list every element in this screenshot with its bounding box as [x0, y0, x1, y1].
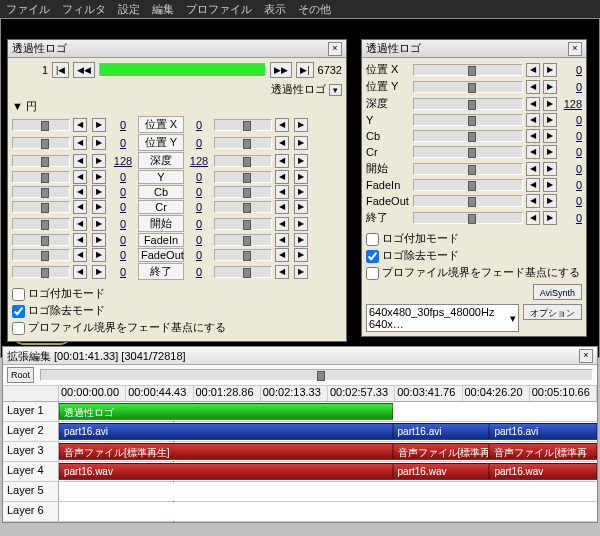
value-left[interactable]: 0: [111, 249, 135, 261]
menu-item[interactable]: その他: [298, 2, 331, 16]
slider-left[interactable]: [12, 249, 70, 261]
spin-left-icon[interactable]: ◀: [275, 136, 289, 150]
param-label[interactable]: Y: [138, 170, 184, 184]
spin-right-icon[interactable]: ▶: [294, 136, 308, 150]
root-button[interactable]: Root: [7, 367, 34, 383]
avisynth-button[interactable]: AviSynth: [533, 284, 582, 300]
param-label[interactable]: FadeIn: [138, 233, 184, 247]
spin-left-icon[interactable]: ◀: [275, 265, 289, 279]
spin-left-icon[interactable]: ◀: [526, 97, 540, 111]
spin-left-icon[interactable]: ◀: [73, 265, 87, 279]
check-add-mode-2[interactable]: ロゴ付加モード: [366, 231, 582, 246]
spin-right-icon[interactable]: ▶: [92, 217, 106, 231]
seek-last-icon[interactable]: ▶|: [296, 62, 313, 78]
spin-right-icon[interactable]: ▶: [294, 154, 308, 168]
spin-left-icon[interactable]: ◀: [526, 63, 540, 77]
spin-right-icon[interactable]: ▶: [294, 217, 308, 231]
spin-right-icon[interactable]: ▶: [543, 80, 557, 94]
value-left[interactable]: 0: [111, 119, 135, 131]
slider-left[interactable]: [12, 171, 70, 183]
spin-left-icon[interactable]: ◀: [275, 233, 289, 247]
value-right[interactable]: 0: [187, 137, 211, 149]
spin-right-icon[interactable]: ▶: [92, 118, 106, 132]
value-right[interactable]: 0: [187, 186, 211, 198]
format-combo[interactable]: 640x480_30fps_48000Hz 640x…▾: [366, 304, 519, 332]
clip[interactable]: part16.avi: [393, 423, 490, 440]
option-button[interactable]: オプション: [523, 304, 582, 320]
menu-item[interactable]: 設定: [118, 2, 140, 16]
check-fade-edge[interactable]: プロファイル境界をフェード基点にする: [12, 320, 342, 335]
menu-item[interactable]: ファイル: [6, 2, 50, 16]
spin-left-icon[interactable]: ◀: [526, 194, 540, 208]
spin-left-icon[interactable]: ◀: [526, 162, 540, 176]
spin-right-icon[interactable]: ▶: [294, 248, 308, 262]
slider-left[interactable]: [12, 137, 70, 149]
value-right[interactable]: 0: [187, 201, 211, 213]
check-remove-mode[interactable]: ロゴ除去モード: [12, 303, 342, 318]
current-frame[interactable]: 1: [12, 64, 48, 76]
spin-left-icon[interactable]: ◀: [275, 185, 289, 199]
slider[interactable]: [413, 81, 523, 93]
param-label[interactable]: 終了: [138, 263, 184, 280]
spin-left-icon[interactable]: ◀: [526, 145, 540, 159]
clip[interactable]: part16.wav: [489, 463, 597, 480]
value[interactable]: 0: [560, 64, 582, 76]
value-left[interactable]: 0: [111, 218, 135, 230]
track-content[interactable]: 透過性ロゴ: [59, 402, 597, 421]
seek-bar[interactable]: [99, 63, 266, 77]
spin-right-icon[interactable]: ▶: [92, 200, 106, 214]
param-label[interactable]: Cb: [138, 185, 184, 199]
spin-left-icon[interactable]: ◀: [526, 178, 540, 192]
clip[interactable]: 音声ファイル[標準再: [393, 443, 490, 460]
value-right[interactable]: 0: [187, 171, 211, 183]
slider-right[interactable]: [214, 266, 272, 278]
value-left[interactable]: 0: [111, 137, 135, 149]
slider-left[interactable]: [12, 155, 70, 167]
close-icon[interactable]: ×: [568, 42, 582, 56]
spin-right-icon[interactable]: ▶: [543, 63, 557, 77]
spin-right-icon[interactable]: ▶: [294, 233, 308, 247]
slider[interactable]: [413, 179, 523, 191]
spin-left-icon[interactable]: ◀: [73, 136, 87, 150]
check-add-mode[interactable]: ロゴ付加モード: [12, 286, 342, 301]
value[interactable]: 0: [560, 212, 582, 224]
track-content[interactable]: [59, 482, 597, 501]
spin-right-icon[interactable]: ▶: [294, 185, 308, 199]
slider-right[interactable]: [214, 137, 272, 149]
slider[interactable]: [413, 64, 523, 76]
toggle-label[interactable]: 円: [26, 100, 37, 112]
spin-left-icon[interactable]: ◀: [526, 80, 540, 94]
slider-right[interactable]: [214, 155, 272, 167]
spin-left-icon[interactable]: ◀: [73, 185, 87, 199]
value[interactable]: 0: [560, 179, 582, 191]
spin-left-icon[interactable]: ◀: [73, 154, 87, 168]
slider-right[interactable]: [214, 218, 272, 230]
clip[interactable]: 透過性ロゴ: [59, 403, 393, 420]
spin-right-icon[interactable]: ▶: [543, 194, 557, 208]
panel1-titlebar[interactable]: 透過性ロゴ ×: [8, 40, 346, 58]
spin-left-icon[interactable]: ◀: [275, 217, 289, 231]
value-right[interactable]: 0: [187, 218, 211, 230]
spin-right-icon[interactable]: ▶: [92, 154, 106, 168]
track-row[interactable]: Layer 5: [3, 482, 597, 502]
value-left[interactable]: 0: [111, 171, 135, 183]
clip[interactable]: part16.wav: [393, 463, 490, 480]
spin-right-icon[interactable]: ▶: [92, 248, 106, 262]
slider-left[interactable]: [12, 266, 70, 278]
slider-right[interactable]: [214, 119, 272, 131]
spin-left-icon[interactable]: ◀: [275, 154, 289, 168]
menu-item[interactable]: 編集: [152, 2, 174, 16]
spin-right-icon[interactable]: ▶: [543, 162, 557, 176]
param-label[interactable]: 開始: [138, 215, 184, 232]
slider[interactable]: [413, 195, 523, 207]
menu-item[interactable]: 表示: [264, 2, 286, 16]
clip[interactable]: part16.wav: [59, 463, 393, 480]
spin-left-icon[interactable]: ◀: [73, 248, 87, 262]
spin-right-icon[interactable]: ▶: [543, 178, 557, 192]
param-label[interactable]: FadeOut: [138, 248, 184, 262]
value[interactable]: 0: [560, 146, 582, 158]
logo-dropdown-icon[interactable]: ▾: [329, 84, 342, 96]
check-remove-mode-2[interactable]: ロゴ除去モード: [366, 248, 582, 263]
close-icon[interactable]: ×: [328, 42, 342, 56]
spin-right-icon[interactable]: ▶: [92, 170, 106, 184]
